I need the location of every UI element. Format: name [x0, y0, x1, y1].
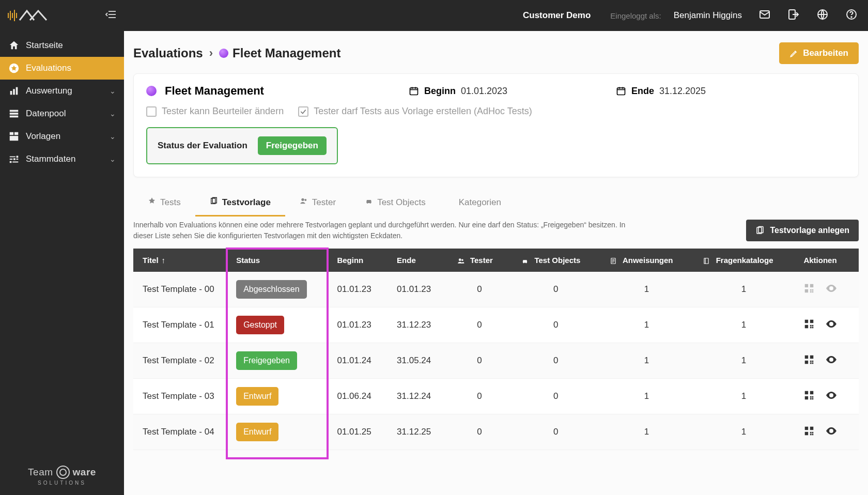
sidebar-collapse-button[interactable] [105, 10, 117, 21]
eye-icon[interactable] [825, 318, 838, 333]
edit-button[interactable]: Bearbeiten [779, 42, 859, 64]
svg-rect-85 [805, 431, 808, 435]
tab-kategorien[interactable]: Kategorien [440, 190, 516, 216]
svg-point-66 [830, 323, 832, 325]
svg-rect-16 [14, 132, 18, 135]
tab-tests[interactable]: Tests [133, 190, 195, 216]
cell-status: Entwurf [227, 414, 328, 450]
cell-title: Test Template - 02 [133, 343, 227, 379]
cell-tester: 0 [447, 379, 512, 414]
sidebar-item-auswertung[interactable]: Auswertung⌄ [0, 80, 124, 102]
eye-icon[interactable] [825, 353, 838, 368]
svg-rect-78 [810, 396, 812, 397]
help-icon[interactable] [845, 8, 858, 23]
qr-icon[interactable] [803, 283, 815, 297]
checkbox-tester-adhoc[interactable]: Tester darf Tests aus Vorlage erstellen … [298, 106, 532, 117]
svg-rect-15 [10, 132, 13, 135]
table-row[interactable]: Test Template - 04Entwurf01.01.2531.12.2… [133, 414, 859, 450]
sidebar-item-vorlagen[interactable]: Vorlagen⌄ [0, 125, 124, 148]
cell-instructions: 1 [600, 272, 693, 307]
svg-rect-72 [810, 362, 812, 364]
col-catalogs[interactable]: Fragenkataloge [693, 249, 794, 272]
qr-icon[interactable] [803, 318, 815, 332]
breadcrumb-leaf: Fleet Management [233, 46, 340, 60]
sidebar-item-datenpool[interactable]: Datenpool⌄ [0, 102, 124, 125]
svg-rect-65 [812, 327, 814, 328]
breadcrumb-root[interactable]: Evaluations [133, 46, 203, 60]
cell-status: Entwurf [227, 379, 328, 414]
eye-icon[interactable] [825, 425, 838, 440]
eye-icon[interactable] [825, 389, 838, 404]
table-row[interactable]: Test Template - 03Entwurf01.06.2431.12.2… [133, 379, 859, 414]
svg-rect-17 [10, 136, 19, 141]
end-label: Ende [631, 86, 654, 97]
tab-tester[interactable]: Tester [285, 190, 350, 216]
sidebar-item-evaluations[interactable]: Evaluations [0, 57, 124, 80]
tab-testvorlage[interactable]: Testvorlage [195, 190, 285, 216]
evaluation-title: Fleet Management [165, 84, 264, 98]
svg-rect-60 [810, 319, 813, 322]
col-end-label: Ende [397, 256, 416, 265]
svg-rect-54 [810, 289, 812, 290]
col-objects-label: Test Objects [534, 256, 580, 265]
svg-rect-67 [805, 355, 808, 358]
svg-rect-51 [805, 284, 808, 287]
col-end[interactable]: Ende [388, 249, 447, 272]
svg-point-37 [367, 203, 368, 204]
cell-actions [794, 414, 859, 450]
svg-point-44 [526, 262, 527, 264]
svg-point-74 [830, 359, 832, 361]
sidebar-item-stammdaten[interactable]: Stammdaten⌄ [0, 148, 124, 171]
cell-catalogs: 1 [693, 272, 794, 307]
logged-in-label: Eingeloggt als: [610, 11, 661, 20]
status-pill: Freigegeben [236, 351, 297, 370]
cell-end: 01.01.23 [388, 272, 447, 307]
tab-label: Kategorien [459, 197, 501, 208]
sidebar-item-label: Vorlagen [26, 131, 60, 142]
qr-icon[interactable] [803, 354, 815, 368]
col-title[interactable]: Titel↑ [133, 249, 227, 272]
edit-button-label: Bearbeiten [803, 48, 848, 58]
cell-title: Test Template - 01 [133, 307, 227, 343]
col-instructions[interactable]: Anweisungen [600, 249, 693, 272]
svg-rect-73 [812, 362, 814, 364]
cell-status: Abgeschlossen [227, 272, 328, 307]
cell-begin: 01.01.25 [328, 414, 388, 450]
col-title-label: Titel [143, 256, 159, 265]
sidebar-item-startseite[interactable]: Startseite [0, 34, 124, 57]
table-row[interactable]: Test Template - 00Abgeschlossen01.01.230… [133, 272, 859, 307]
mail-icon[interactable] [758, 8, 771, 23]
end-value: 31.12.2025 [659, 86, 706, 97]
checkbox-checked-icon [298, 106, 308, 117]
tab-icon [300, 197, 308, 208]
col-begin[interactable]: Beginn [328, 249, 388, 272]
topbar: Customer Demo Eingeloggt als: Benjamin H… [124, 0, 868, 31]
evaluation-card: Fleet Management Beginn 01.01.2023 Ende … [133, 73, 859, 177]
cell-instructions: 1 [600, 414, 693, 450]
eye-icon[interactable] [825, 282, 838, 297]
table-row[interactable]: Test Template - 01Gestoppt01.01.2331.12.… [133, 307, 859, 343]
evaluation-status-box: Status der Evaluation Freigegeben [146, 127, 338, 164]
svg-rect-52 [810, 284, 813, 287]
cell-objects: 0 [512, 414, 600, 450]
tab-icon [148, 197, 156, 208]
col-tester[interactable]: Tester [447, 249, 512, 272]
col-status[interactable]: Status [227, 249, 328, 272]
col-objects[interactable]: Test Objects [512, 249, 600, 272]
svg-rect-53 [805, 289, 808, 292]
qr-icon[interactable] [803, 425, 815, 439]
checkbox-tester-can-change[interactable]: Tester kann Beurteiler ändern [146, 106, 284, 117]
cell-actions [794, 307, 859, 343]
status-box-label: Status der Evaluation [158, 141, 247, 151]
tab-label: Testvorlage [222, 197, 271, 208]
tab-test-objects[interactable]: Test Objects [350, 190, 440, 216]
cell-objects: 0 [512, 379, 600, 414]
qr-icon[interactable] [803, 390, 815, 404]
globe-icon[interactable] [816, 8, 829, 23]
cell-objects: 0 [512, 272, 600, 307]
logout-icon[interactable] [787, 8, 800, 23]
cell-tester: 0 [447, 414, 512, 450]
create-template-button[interactable]: Testvorlage anlegen [746, 220, 859, 241]
table-row[interactable]: Test Template - 02Freigegeben01.01.2431.… [133, 343, 859, 379]
chevron-down-icon: ⌄ [110, 87, 116, 95]
